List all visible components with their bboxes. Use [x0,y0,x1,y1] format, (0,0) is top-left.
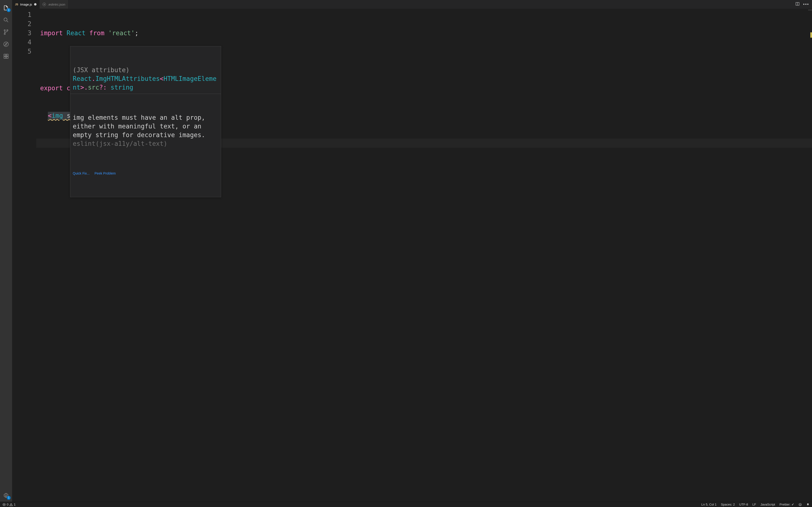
editor-toolbar: ••• [793,0,812,9]
line-number-gutter: 1 2 3 4 5 [12,9,36,502]
hover-tooltip: (JSX attribute) React.ImgHTMLAttributes<… [70,46,221,197]
svg-point-2 [4,30,5,31]
encoding-status[interactable]: UTF-8 [739,503,748,506]
editor-group: JS Image.js .eslintrc.json ••• 1 2 3 [12,0,812,502]
editor-surface[interactable]: 1 2 3 4 5 import React from 'react'; exp… [12,9,812,502]
feedback-button[interactable] [799,503,802,506]
code-area[interactable]: import React from 'react'; export const … [36,9,812,502]
hover-diagnostic-message: img elements must have an alt prop, eith… [70,111,221,150]
tab-label: .eslintrc.json [48,3,65,6]
peek-problem-link[interactable]: Peek Problem [95,169,116,178]
extensions-icon [3,53,9,59]
activity-bar: 1 1 [0,0,12,502]
svg-line-1 [7,21,8,22]
svg-point-4 [4,33,5,35]
problems-status[interactable]: 0 1 [2,503,15,506]
error-count: 0 [7,503,8,506]
language-mode-status[interactable]: JavaScript [761,503,775,506]
bell-icon [806,503,810,506]
prettier-status[interactable]: Prettier: ✓ [779,503,794,506]
code-line: import React from 'react'; [36,29,812,38]
line-number: 4 [12,38,32,47]
overview-ruler[interactable] [808,9,812,502]
branch-icon [3,29,9,35]
svg-point-19 [799,503,802,506]
svg-point-18 [11,505,11,506]
debug-activity[interactable] [0,38,12,50]
smile-icon [799,503,802,506]
error-icon [2,503,6,506]
svg-point-0 [4,18,7,21]
line-number: 2 [12,19,32,29]
quick-fix-link[interactable]: Quick Fix... [73,169,90,178]
settings-badge: 1 [7,496,11,500]
notifications-button[interactable] [806,503,810,506]
line-number: 5 [12,47,32,56]
svg-point-20 [800,504,800,504]
explorer-badge: 1 [7,8,11,12]
svg-point-3 [7,30,8,31]
warning-icon [9,503,13,506]
source-control-activity[interactable] [0,26,12,38]
check-icon: ✓ [792,503,794,506]
status-bar: 0 1 Ln 5, Col 1 Spaces: 2 UTF-8 LF JavaS… [0,502,812,507]
javascript-file-icon: JS [15,3,18,6]
cursor-position[interactable]: Ln 5, Col 1 [701,503,717,506]
search-activity[interactable] [0,14,12,26]
overview-warning-mark [810,32,812,38]
status-right: Ln 5, Col 1 Spaces: 2 UTF-8 LF JavaScrip… [701,503,810,506]
svg-rect-7 [4,54,6,56]
split-icon [795,2,800,6]
tab-dirty-indicator [34,3,37,6]
no-bug-icon [3,41,9,47]
hover-actions: Quick Fix... Peek Problem [70,167,221,180]
warning-count: 1 [14,503,15,506]
status-left: 0 1 [2,503,15,506]
split-editor-button[interactable] [795,2,800,7]
line-number: 3 [12,29,32,38]
overview-mark [808,10,812,10]
tab-label: Image.js [20,3,32,6]
tab-image-js[interactable]: JS Image.js [12,0,40,9]
svg-rect-9 [6,56,8,58]
tab-bar: JS Image.js .eslintrc.json ••• [12,0,812,9]
line-number: 1 [12,10,32,19]
activity-bar-bottom: 1 [0,490,12,502]
hover-signature: (JSX attribute) React.ImgHTMLAttributes<… [70,64,221,94]
tab-eslintrc-json[interactable]: .eslintrc.json [40,0,68,9]
search-icon [3,17,9,23]
activity-bar-top: 1 [0,2,12,62]
more-actions-button[interactable]: ••• [803,2,809,6]
svg-point-21 [800,504,801,504]
svg-point-11 [5,495,7,497]
eol-status[interactable]: LF [753,503,756,506]
settings-activity[interactable]: 1 [0,490,12,502]
json-file-icon [43,3,46,6]
extensions-activity[interactable] [0,50,12,62]
svg-rect-8 [4,56,6,58]
indentation-status[interactable]: Spaces: 2 [721,503,735,506]
explorer-activity[interactable]: 1 [0,2,12,14]
svg-rect-10 [6,54,8,56]
